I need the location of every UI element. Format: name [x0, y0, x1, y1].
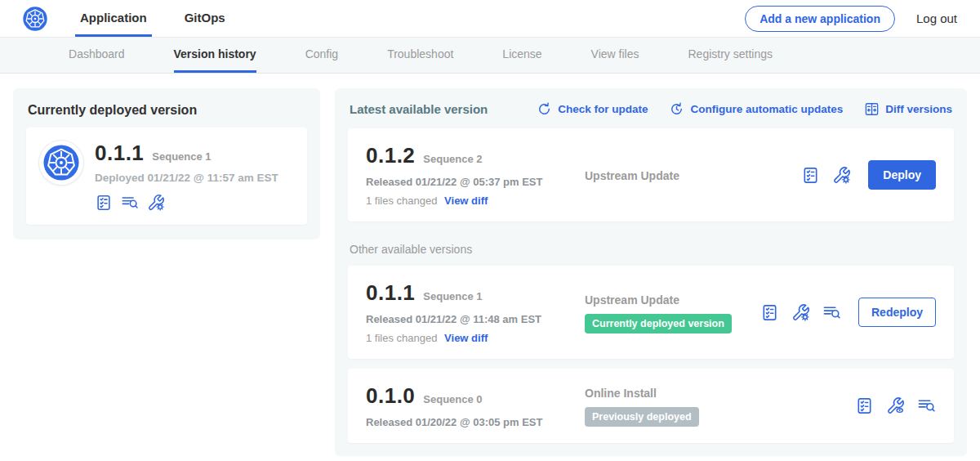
other-versions-title: Other available versions [350, 243, 952, 256]
view-diff-link[interactable]: View diff [444, 332, 488, 344]
refresh-icon [537, 101, 552, 117]
deploy-logs-icon[interactable] [822, 303, 841, 322]
version-source: Upstream Update [585, 293, 760, 307]
deployed-timestamp: Deployed 01/21/22 @ 11:57 am EST [95, 172, 278, 184]
version-number: 0.1.1 [366, 280, 415, 306]
logout-button[interactable]: Log out [916, 11, 957, 25]
edit-config-icon[interactable] [791, 303, 810, 322]
diff-icon [864, 101, 880, 117]
app-subnav: Dashboard Version history Config Trouble… [0, 38, 980, 74]
app-logo [39, 141, 83, 185]
preflight-checks-icon[interactable] [760, 303, 779, 322]
version-sequence: Sequence 1 [423, 290, 482, 302]
version-source: Online Install [585, 387, 855, 400]
deploy-logs-icon[interactable] [121, 194, 139, 212]
subnav-item-registry-settings[interactable]: Registry settings [688, 38, 773, 73]
configure-automatic-updates-link[interactable]: Configure automatic updates [669, 101, 843, 117]
app-tabs: Application GitOps [75, 0, 230, 37]
version-card-0-1-1: 0.1.1 Sequence 1 Released 01/21/22 @ 11:… [348, 266, 954, 359]
deploy-logs-icon[interactable] [917, 396, 936, 415]
top-header: Application GitOps Add a new application… [0, 0, 980, 38]
check-for-update-label: Check for update [558, 103, 648, 115]
edit-config-icon[interactable] [832, 166, 851, 185]
redeploy-button[interactable]: Redeploy [858, 298, 936, 327]
view-diff-link[interactable]: View diff [444, 195, 488, 207]
available-versions-panel: Latest available version Check for updat… [335, 88, 967, 456]
subnav-item-license[interactable]: License [502, 38, 541, 73]
preflight-checks-icon[interactable] [855, 396, 874, 415]
files-changed-label: 1 files changed [366, 195, 437, 207]
deployed-sequence: Sequence 1 [152, 150, 211, 163]
currently-deployed-title: Currently deployed version [28, 103, 307, 118]
tab-application-label: Application [80, 11, 147, 25]
latest-available-title: Latest available version [350, 102, 488, 116]
version-source: Upstream Update [585, 169, 801, 182]
deployed-version-box: 0.1.1 Sequence 1 Deployed 01/21/22 @ 11:… [26, 128, 307, 225]
deploy-button[interactable]: Deploy [868, 160, 936, 190]
tab-application[interactable]: Application [75, 0, 152, 37]
released-timestamp: Released 01/20/22 @ 03:05 pm EST [366, 416, 585, 428]
preflight-checks-icon[interactable] [801, 166, 820, 185]
deployed-version-number: 0.1.1 [95, 141, 144, 166]
status-badge-currently-deployed: Currently deployed version [585, 314, 732, 333]
subnav-item-troubleshoot[interactable]: Troubleshoot [387, 38, 453, 73]
released-timestamp: Released 01/21/22 @ 05:37 pm EST [366, 176, 585, 188]
diff-versions-link[interactable]: Diff versions [864, 101, 952, 117]
kubernetes-logo-icon [23, 7, 47, 31]
status-badge-previously-deployed: Previously deployed [585, 407, 699, 427]
version-number: 0.1.0 [366, 383, 415, 409]
subnav-item-config[interactable]: Config [305, 38, 338, 73]
version-number: 0.1.2 [366, 143, 415, 168]
subnav-item-view-files[interactable]: View files [591, 38, 639, 73]
released-timestamp: Released 01/21/22 @ 11:48 am EST [366, 313, 585, 325]
preflight-checks-icon[interactable] [95, 194, 113, 212]
version-sequence: Sequence 2 [423, 153, 482, 165]
add-application-button[interactable]: Add a new application [745, 6, 895, 32]
edit-config-icon[interactable] [147, 194, 165, 212]
tab-gitops[interactable]: GitOps [180, 0, 230, 37]
version-history-page: Currently deployed version 0.1.1 Sequenc… [0, 74, 980, 456]
version-card-0-1-2: 0.1.2 Sequence 2 Released 01/21/22 @ 05:… [348, 128, 954, 222]
check-for-update-link[interactable]: Check for update [537, 101, 648, 117]
files-changed-label: 1 files changed [366, 332, 437, 344]
tab-gitops-label: GitOps [185, 11, 225, 25]
schedule-icon [669, 101, 684, 117]
currently-deployed-card: Currently deployed version 0.1.1 Sequenc… [13, 88, 320, 239]
configure-automatic-updates-label: Configure automatic updates [690, 103, 843, 115]
version-sequence: Sequence 0 [423, 393, 482, 405]
subnav-item-dashboard[interactable]: Dashboard [69, 38, 125, 73]
diff-versions-label: Diff versions [885, 103, 952, 115]
version-card-0-1-0: 0.1.0 Sequence 0 Released 01/20/22 @ 03:… [348, 369, 954, 443]
subnav-item-version-history[interactable]: Version history [174, 38, 256, 73]
view-config-icon[interactable] [886, 396, 905, 415]
